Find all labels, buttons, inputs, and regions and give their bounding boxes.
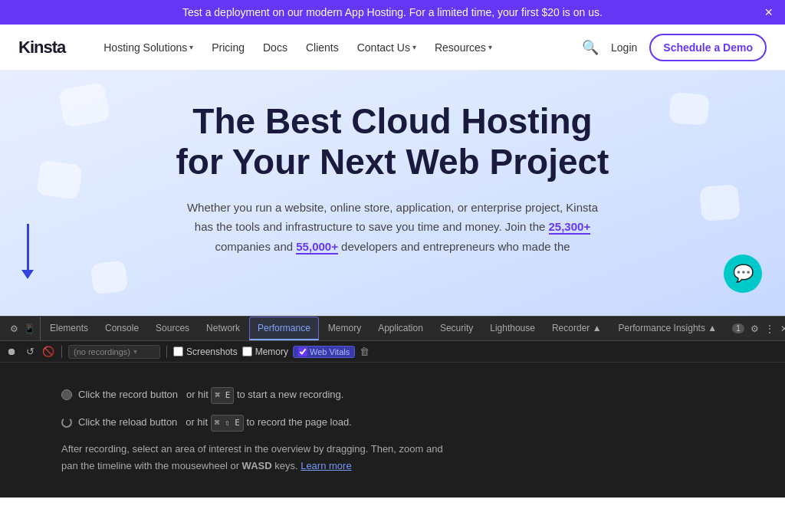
nav-item-pricing[interactable]: Pricing bbox=[204, 35, 252, 60]
chevron-down-icon: ▾ bbox=[412, 43, 416, 51]
arrow-head bbox=[21, 270, 34, 279]
reload-button[interactable]: ↺ bbox=[23, 345, 37, 359]
instruction-after-recording: After recording, select an area of inter… bbox=[61, 441, 445, 475]
record-button[interactable]: ⏺ bbox=[5, 345, 18, 359]
memory-checkbox-label[interactable]: Memory bbox=[242, 346, 288, 357]
banner-close-button[interactable]: × bbox=[764, 5, 773, 21]
web-vitals-checkbox[interactable] bbox=[298, 347, 307, 356]
nav-item-contact[interactable]: Contact Us ▾ bbox=[350, 35, 424, 60]
nav-actions: 🔍 Login Schedule a Demo bbox=[582, 34, 767, 61]
deco-5 bbox=[90, 260, 128, 295]
tab-console[interactable]: Console bbox=[97, 317, 146, 340]
top-banner: Test a deployment on our modern App Host… bbox=[0, 0, 785, 25]
companies-count: 25,300+ bbox=[549, 220, 591, 235]
nav-item-resources[interactable]: Resources ▾ bbox=[427, 35, 500, 60]
tab-application[interactable]: Application bbox=[370, 317, 431, 340]
devtools-badge: 1 bbox=[732, 323, 744, 333]
devtools-content: Click the record button or hit ⌘ E to st… bbox=[0, 363, 785, 498]
tab-elements[interactable]: Elements bbox=[42, 317, 96, 340]
devtools-right-icons: 1 ⚙ ⋮ ✕ bbox=[728, 323, 785, 334]
nav-links: Hosting Solutions ▾ Pricing Docs Clients… bbox=[96, 35, 563, 60]
devtools-mobile-icon[interactable]: 📱 bbox=[23, 323, 35, 335]
banner-text: Test a deployment on our modern App Host… bbox=[182, 6, 603, 18]
login-button[interactable]: Login bbox=[611, 41, 637, 54]
nav-item-clients[interactable]: Clients bbox=[298, 35, 347, 60]
devtools-secondary-bar: ⏺ ↺ 🚫 (no recordings) ▾ Screenshots Memo… bbox=[0, 341, 785, 363]
schedule-demo-button[interactable]: Schedule a Demo bbox=[649, 34, 767, 61]
tab-performance[interactable]: Performance bbox=[249, 317, 319, 340]
record-circle-icon bbox=[61, 389, 72, 400]
devtools-tab-bar: ⚙ 📱 Elements Console Sources Network Per… bbox=[0, 317, 785, 341]
arrow-line bbox=[27, 224, 29, 270]
tab-memory[interactable]: Memory bbox=[320, 317, 369, 340]
logo[interactable]: Kinsta bbox=[18, 38, 65, 57]
devtools-panel: ⚙ 📱 Elements Console Sources Network Per… bbox=[0, 316, 785, 498]
hero-title: The Best Cloud Hosting for Your Next Web… bbox=[15, 101, 770, 182]
search-icon[interactable]: 🔍 bbox=[582, 39, 599, 56]
tab-recorder[interactable]: Recorder ▲ bbox=[544, 317, 609, 340]
arrow-indicator bbox=[21, 224, 34, 279]
nav-item-docs[interactable]: Docs bbox=[255, 35, 295, 60]
chevron-down-icon: ▾ bbox=[189, 43, 193, 51]
devtools-icon-group: ⚙ 📱 bbox=[3, 317, 41, 340]
more-options-icon[interactable]: ⋮ bbox=[765, 323, 774, 334]
chat-bubble-button[interactable]: 💬 bbox=[724, 255, 762, 293]
deco-4 bbox=[699, 184, 741, 222]
devs-count: 55,000+ bbox=[296, 240, 338, 255]
tab-security[interactable]: Security bbox=[432, 317, 481, 340]
web-vitals-chip[interactable]: Web Vitals bbox=[293, 346, 355, 358]
tab-performance-insights[interactable]: Performance Insights ▲ bbox=[611, 317, 725, 340]
clear-button[interactable]: 🚫 bbox=[41, 345, 55, 359]
hero-subtitle: Whether you run a website, online store,… bbox=[178, 198, 607, 257]
tab-lighthouse[interactable]: Lighthouse bbox=[482, 317, 543, 340]
instruction-reload: Click the reload button or hit ⌘ ⇧ E to … bbox=[61, 413, 724, 432]
screenshots-checkbox[interactable] bbox=[173, 346, 183, 356]
separator bbox=[61, 346, 62, 358]
devtools-pointer-icon[interactable]: ⚙ bbox=[8, 323, 20, 335]
nav-item-hosting[interactable]: Hosting Solutions ▾ bbox=[96, 35, 201, 60]
navbar: Kinsta Hosting Solutions ▾ Pricing Docs … bbox=[0, 25, 785, 71]
memory-checkbox[interactable] bbox=[242, 346, 252, 356]
screenshots-checkbox-label[interactable]: Screenshots bbox=[173, 346, 238, 357]
chevron-down-icon: ▾ bbox=[133, 347, 137, 356]
reload-circle-icon bbox=[61, 417, 72, 428]
learn-more-link[interactable]: Learn more bbox=[301, 460, 351, 471]
recordings-input[interactable]: (no recordings) ▾ bbox=[68, 345, 160, 359]
close-icon[interactable]: ✕ bbox=[780, 323, 785, 334]
tab-sources[interactable]: Sources bbox=[148, 317, 197, 340]
hero-section: The Best Cloud Hosting for Your Next Web… bbox=[0, 71, 785, 316]
tab-network[interactable]: Network bbox=[199, 317, 248, 340]
chevron-down-icon: ▾ bbox=[488, 43, 492, 51]
trash-icon[interactable]: 🗑 bbox=[360, 346, 370, 357]
instruction-record: Click the record button or hit ⌘ E to st… bbox=[61, 386, 724, 404]
separator-2 bbox=[166, 346, 167, 358]
gear-icon[interactable]: ⚙ bbox=[751, 323, 759, 334]
